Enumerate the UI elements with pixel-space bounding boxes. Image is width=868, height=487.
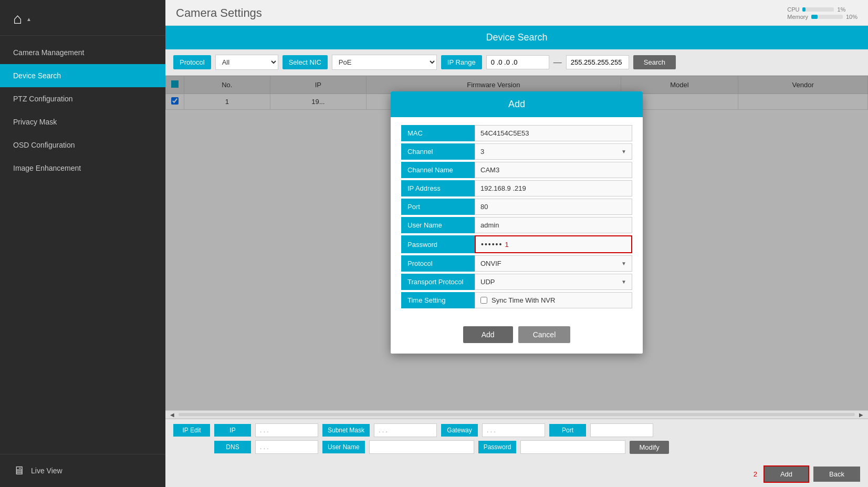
live-view-btn[interactable]: 🖥 Live View: [0, 454, 165, 487]
footer-add-button[interactable]: Add: [764, 465, 809, 483]
dns-field[interactable]: [255, 440, 318, 454]
scroll-track[interactable]: [179, 413, 855, 416]
horizontal-scrollbar: ◀ ▶: [165, 410, 868, 419]
modal-body: MAC 54C4154C5E53 Channel 3 ▼ Channel Nam…: [391, 117, 643, 318]
ip-from-input[interactable]: [486, 55, 549, 69]
subnet-field[interactable]: [374, 423, 437, 437]
mac-value: 54C4154C5E53: [475, 125, 632, 141]
footer-buttons: 2 Add Back: [165, 461, 868, 487]
main-content: Camera Settings CPU 1% Memory 10% Device…: [165, 0, 868, 487]
nic-select[interactable]: PoE: [332, 55, 437, 70]
sync-time-label: Sync Time With NVR: [491, 296, 555, 304]
system-stats: CPU 1% Memory 10%: [787, 6, 857, 21]
port-label: Port: [401, 199, 475, 215]
modal-footer: Add Cancel: [391, 318, 643, 354]
cpu-stat: CPU 1%: [787, 6, 857, 13]
modal-row-channel: Channel 3 ▼: [401, 143, 632, 160]
ip-edit-label: IP Edit: [173, 424, 210, 437]
gateway-label: Gateway: [441, 424, 478, 437]
protocol-label: Protocol: [173, 55, 211, 69]
ip-field[interactable]: [255, 423, 318, 437]
time-setting-label: Time Setting: [401, 292, 475, 308]
logo-arrow: ▲: [26, 16, 32, 22]
transport-select[interactable]: UDP ▼: [475, 274, 632, 290]
logo-area: ⌂ ▲: [0, 0, 165, 36]
modal-row-ip: IP Address 192.168.9 .219: [401, 180, 632, 196]
protocol-select[interactable]: All: [215, 55, 278, 70]
modal-row-protocol: Protocol ONVIF ▼: [401, 255, 632, 272]
user-name-field-bottom[interactable]: [369, 440, 474, 454]
top-bar: Camera Settings CPU 1% Memory 10%: [165, 0, 868, 26]
sidebar-item-image-enhancement[interactable]: Image Enhancement: [0, 157, 165, 180]
ip-address-value[interactable]: 192.168.9 .219: [475, 180, 632, 196]
modal-row-username: User Name admin: [401, 217, 632, 233]
ip-to-input[interactable]: [566, 55, 629, 69]
password-num: 1: [505, 241, 508, 248]
username-value[interactable]: admin: [475, 217, 632, 233]
port-label-bottom: Port: [549, 424, 586, 437]
password-label-bottom: Password: [478, 441, 517, 453]
page-title: Camera Settings: [176, 6, 262, 20]
sidebar-item-privacy-mask[interactable]: Privacy Mask: [0, 110, 165, 133]
modal-row-time: Time Setting Sync Time With NVR: [401, 292, 632, 308]
scroll-left-icon[interactable]: ◀: [168, 412, 176, 418]
ip-range-label: IP Range: [441, 55, 482, 69]
modal-row-password: Password •••••• 1: [401, 235, 632, 253]
modal-cancel-button[interactable]: Cancel: [518, 326, 571, 343]
subnet-mask-label: Subnet Mask: [322, 424, 370, 437]
footer-back-button[interactable]: Back: [813, 467, 860, 482]
password-dots: ••••••: [481, 240, 503, 248]
memory-stat: Memory 10%: [787, 14, 857, 20]
protocol-arrow-icon: ▼: [621, 261, 626, 266]
transport-value: UDP: [480, 278, 495, 286]
password-label: Password: [401, 235, 475, 253]
channel-select[interactable]: 3 ▼: [475, 143, 632, 160]
password-field[interactable]: •••••• 1: [475, 235, 632, 253]
dns-label: DNS: [214, 441, 251, 453]
scroll-right-icon[interactable]: ▶: [857, 412, 865, 418]
bottom-row-2: DNS User Name Password Modify: [173, 440, 860, 454]
port-value[interactable]: 80: [475, 199, 632, 215]
ip-label-bottom: IP: [214, 424, 251, 437]
modal-row-channel-name: Channel Name CAM3: [401, 162, 632, 178]
table-area: No. IP Firmware Version Model Vendor 1 1…: [165, 76, 868, 410]
modal-row-transport: Transport Protocol UDP ▼: [401, 274, 632, 290]
channel-name-value[interactable]: CAM3: [475, 162, 632, 178]
modal-row-mac: MAC 54C4154C5E53: [401, 125, 632, 141]
password-field-bottom[interactable]: [520, 440, 625, 454]
sidebar-nav: Camera Management Device Search PTZ Conf…: [0, 36, 165, 454]
toolbar: Protocol All Select NIC PoE IP Range — S…: [165, 49, 868, 76]
channel-name-label: Channel Name: [401, 162, 475, 178]
protocol-modal-value: ONVIF: [480, 260, 501, 267]
sidebar: ⌂ ▲ Camera Management Device Search PTZ …: [0, 0, 165, 487]
modal-row-port: Port 80: [401, 199, 632, 215]
username-label: User Name: [401, 217, 475, 233]
modal-add-button[interactable]: Add: [463, 326, 513, 343]
port-field-bottom[interactable]: [590, 423, 653, 437]
user-name-label-bottom: User Name: [322, 441, 365, 453]
modal-overlay: Add MAC 54C4154C5E53 Channel 3 ▼: [165, 76, 868, 410]
gateway-field[interactable]: [482, 423, 545, 437]
mac-label: MAC: [401, 125, 475, 141]
memory-bar-fill: [811, 15, 818, 19]
device-search-header: Device Search: [165, 26, 868, 49]
protocol-modal-select[interactable]: ONVIF ▼: [475, 255, 632, 272]
channel-arrow-icon: ▼: [621, 149, 626, 154]
modal-title: Add: [391, 91, 643, 117]
ip-address-label: IP Address: [401, 180, 475, 196]
bottom-row-1: IP Edit IP Subnet Mask Gateway Port: [173, 423, 860, 437]
ip-dash: —: [553, 58, 562, 67]
modify-button[interactable]: Modify: [630, 441, 668, 454]
sidebar-item-device-search[interactable]: Device Search: [0, 64, 165, 87]
channel-label: Channel: [401, 143, 475, 160]
transport-label: Transport Protocol: [401, 274, 475, 290]
transport-arrow-icon: ▼: [621, 279, 626, 285]
sidebar-item-osd-configuration[interactable]: OSD Configuration: [0, 133, 165, 157]
sync-time-checkbox[interactable]: [480, 297, 487, 304]
channel-value: 3: [480, 148, 484, 156]
search-button[interactable]: Search: [633, 55, 676, 69]
sidebar-item-ptz-configuration[interactable]: PTZ Configuration: [0, 87, 165, 110]
footer-num: 2: [754, 470, 757, 478]
add-modal: Add MAC 54C4154C5E53 Channel 3 ▼: [391, 91, 643, 354]
sidebar-item-camera-management[interactable]: Camera Management: [0, 41, 165, 64]
